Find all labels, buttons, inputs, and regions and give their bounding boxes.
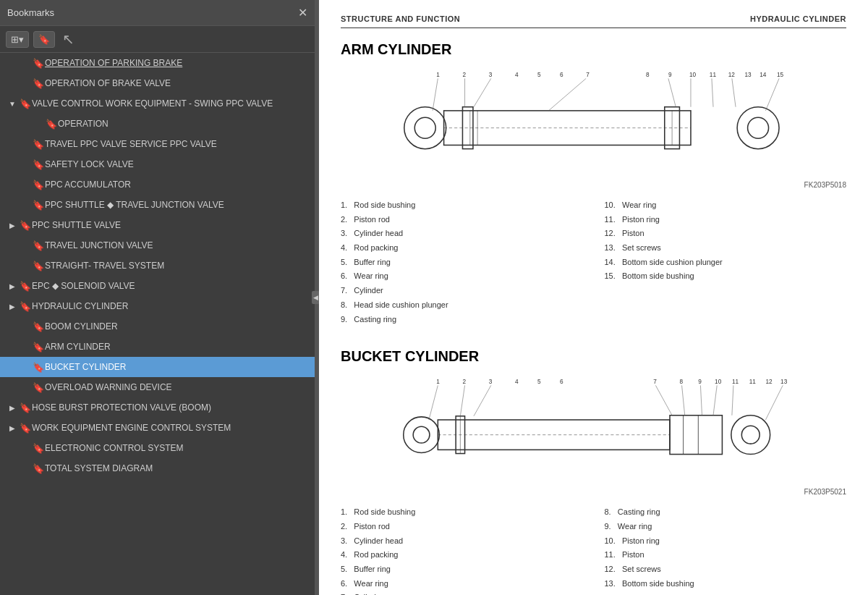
bookmark-label: ELECTRONIC CONTROL SYSTEM	[45, 443, 309, 453]
arm-parts-left: 1. Rod side bushing 2. Piston rod 3. Cyl…	[341, 198, 583, 326]
close-icon[interactable]: ✕	[298, 6, 307, 20]
bookmark-icon: 🔖	[32, 58, 45, 69]
svg-line-62	[474, 386, 491, 416]
bookmark-item-ppc-shuttle[interactable]: 🔖PPC SHUTTLE ◆ TRAVEL JUNCTION VALVE	[0, 195, 315, 215]
expander-icon[interactable]: ▶	[6, 424, 19, 432]
svg-text:11: 11	[710, 72, 717, 78]
expander-icon[interactable]: ▶	[6, 303, 19, 311]
bookmark-item-total-system[interactable]: 🔖TOTAL SYSTEM DIAGRAM	[0, 458, 315, 478]
bookmark-item-arm-cyl[interactable]: 🔖ARM CYLINDER	[0, 337, 315, 357]
bookmark-item-bucket-cyl[interactable]: 🔖BUCKET CYLINDER	[0, 357, 315, 377]
svg-text:5: 5	[537, 379, 541, 386]
arm-cylinder-diagram: 1 2 3 4 5 6 7 8 9 10 11 12 13 14 15	[341, 69, 846, 178]
bookmark-item-travel-ppc[interactable]: 🔖TRAVEL PPC VALVE SERVICE PPC VALVE	[0, 134, 315, 154]
bookmark-item-op-brake[interactable]: 🔖OPERATION OF BRAKE VALVE	[0, 73, 315, 93]
expander-icon[interactable]: ▶	[6, 404, 19, 412]
bookmark-icon: 🔖	[32, 362, 45, 373]
bookmark-label: TRAVEL JUNCTION VALVE	[45, 240, 309, 250]
svg-line-61	[460, 386, 464, 416]
bookmark-label: BOOM CYLINDER	[45, 321, 309, 332]
bucket-diagram-ref: FK203P5021	[341, 488, 846, 496]
expander-icon[interactable]: ▶	[6, 221, 19, 229]
svg-text:13: 13	[744, 72, 752, 78]
expander-icon[interactable]: ▼	[6, 100, 19, 108]
bookmark-icon: 🔖	[45, 119, 58, 130]
bookmark-item-epc-solenoid[interactable]: ▶🔖EPC ◆ SOLENOID VALVE	[0, 276, 315, 296]
expander-icon[interactable]: ▶	[6, 282, 19, 290]
svg-text:15: 15	[777, 72, 784, 78]
svg-text:7: 7	[586, 72, 590, 78]
bookmark-item-electronic-control[interactable]: 🔖ELECTRONIC CONTROL SYSTEM	[0, 438, 315, 458]
svg-line-26	[433, 78, 438, 110]
svg-line-32	[712, 78, 713, 106]
expand-all-button[interactable]: ⊞▾	[6, 31, 29, 48]
bookmark-icon: 🔖	[32, 139, 45, 150]
bookmark-item-valve-control[interactable]: ▼🔖VALVE CONTROL WORK EQUIPMENT - SWING P…	[0, 93, 315, 114]
bookmark-label: ARM CYLINDER	[45, 342, 309, 352]
bookmarks-header: Bookmarks ✕	[0, 0, 315, 26]
bookmark-button[interactable]: 🔖	[33, 31, 55, 48]
svg-text:1: 1	[436, 72, 440, 78]
svg-text:9: 9	[668, 72, 672, 78]
svg-line-68	[765, 386, 783, 421]
bookmark-item-straight-travel[interactable]: 🔖STRAIGHT- TRAVEL SYSTEM	[0, 256, 315, 276]
bookmark-icon: 🔖	[32, 443, 45, 454]
svg-line-65	[700, 386, 702, 415]
svg-point-15	[404, 107, 446, 149]
bookmark-item-boom-cyl[interactable]: 🔖BOOM CYLINDER	[0, 316, 315, 337]
bookmark-item-ppc-acc[interactable]: 🔖PPC ACCUMULATOR	[0, 174, 315, 195]
svg-line-30	[668, 78, 676, 106]
svg-rect-53	[670, 415, 722, 455]
bucket-cylinder-section: BUCKET CYLINDER 1 2 3 4 5 6 7 8 9 10 11 …	[341, 348, 846, 595]
document-panel: STRUCTURE AND FUNCTION HYDRAULIC CYLINDE…	[319, 0, 868, 595]
bucket-parts-left: 1. Rod side bushing 2. Piston rod 3. Cyl…	[341, 505, 583, 595]
svg-line-34	[765, 78, 779, 110]
bookmark-item-travel-junction[interactable]: 🔖TRAVEL JUNCTION VALVE	[0, 235, 315, 256]
header-hydraulic-cylinder: HYDRAULIC CYLINDER	[750, 14, 846, 23]
svg-text:4: 4	[515, 379, 519, 386]
svg-line-64	[682, 386, 685, 415]
svg-text:3: 3	[489, 379, 493, 386]
bookmark-label: OPERATION OF PARKING BRAKE	[45, 58, 309, 68]
svg-text:6: 6	[560, 72, 563, 78]
svg-text:6: 6	[560, 379, 563, 386]
bookmark-item-ppc-shuttle-valve[interactable]: ▶🔖PPC SHUTTLE VALVE	[0, 215, 315, 235]
bookmark-label: HOSE BURST PROTECTION VALVE (BOOM)	[32, 402, 309, 413]
svg-point-57	[741, 426, 760, 444]
bookmark-item-hose-burst[interactable]: ▶🔖HOSE BURST PROTECTION VALVE (BOOM)	[0, 397, 315, 418]
bookmark-label: PPC ACCUMULATOR	[45, 180, 309, 190]
svg-point-49	[404, 417, 440, 453]
svg-line-67	[732, 386, 733, 415]
bookmark-icon: 🔖	[32, 159, 45, 170]
svg-text:2: 2	[462, 379, 466, 386]
bookmark-icon: 🔖	[32, 240, 45, 251]
bookmark-icon: 🔖	[32, 180, 45, 190]
svg-text:10: 10	[689, 72, 697, 78]
bookmark-item-hydraulic-cyl[interactable]: ▶🔖HYDRAULIC CYLINDER	[0, 296, 315, 316]
bookmark-list[interactable]: 🔖OPERATION OF PARKING BRAKE🔖OPERATION OF…	[0, 53, 315, 595]
bucket-parts-right: 8. Casting ring 9. Wear ring 10. Piston …	[605, 505, 847, 595]
bookmarks-title: Bookmarks	[7, 7, 54, 18]
arm-cylinder-title: ARM CYLINDER	[341, 41, 846, 58]
bookmark-item-op-parking[interactable]: 🔖OPERATION OF PARKING BRAKE	[0, 53, 315, 73]
svg-text:7: 7	[653, 379, 657, 386]
svg-line-33	[732, 78, 736, 106]
bookmark-label: TOTAL SYSTEM DIAGRAM	[45, 463, 309, 473]
bookmark-icon: 🔖	[19, 220, 32, 231]
doc-header: STRUCTURE AND FUNCTION HYDRAULIC CYLINDE…	[341, 14, 846, 28]
svg-line-29	[548, 78, 586, 110]
bookmark-item-safety-lock[interactable]: 🔖SAFETY LOCK VALVE	[0, 154, 315, 174]
arm-parts-right: 10. Wear ring 11. Piston ring 12. Piston…	[605, 198, 847, 326]
bookmark-item-work-equip-engine[interactable]: ▶🔖WORK EQUIPMENT ENGINE CONTROL SYSTEM	[0, 418, 315, 438]
svg-text:4: 4	[515, 72, 519, 78]
svg-text:11: 11	[749, 379, 757, 386]
bookmark-item-operation[interactable]: 🔖OPERATION	[0, 114, 315, 134]
svg-text:12: 12	[728, 72, 736, 78]
bookmark-icon: 🔖	[19, 301, 32, 312]
bookmark-label: WORK EQUIPMENT ENGINE CONTROL SYSTEM	[32, 423, 309, 433]
svg-point-16	[414, 117, 435, 138]
bookmark-item-overload[interactable]: 🔖OVERLOAD WARNING DEVICE	[0, 377, 315, 397]
header-structure-function: STRUCTURE AND FUNCTION	[341, 14, 460, 23]
svg-text:14: 14	[760, 72, 767, 78]
bookmark-icon: 🔖	[19, 423, 32, 434]
